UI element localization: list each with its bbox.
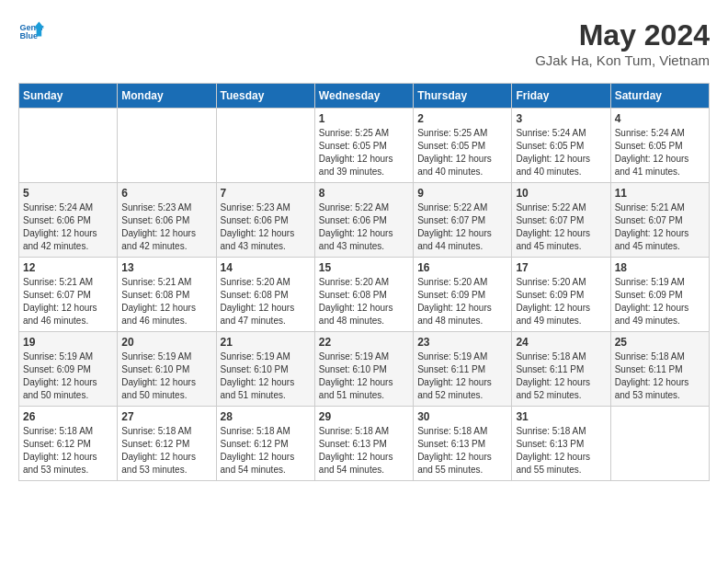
calendar-cell: 3Sunrise: 5:24 AM Sunset: 6:05 PM Daylig… [512,109,610,183]
header-wednesday: Wednesday [314,84,413,109]
calendar-cell: 23Sunrise: 5:19 AM Sunset: 6:11 PM Dayli… [414,332,512,407]
weekday-header-row: Sunday Monday Tuesday Wednesday Thursday… [19,84,710,109]
day-number: 22 [319,336,409,349]
calendar-cell: 18Sunrise: 5:19 AM Sunset: 6:09 PM Dayli… [610,258,709,332]
calendar-cell: 4Sunrise: 5:24 AM Sunset: 6:05 PM Daylig… [610,109,709,183]
day-number: 10 [516,187,606,200]
calendar-cell: 9Sunrise: 5:22 AM Sunset: 6:07 PM Daylig… [414,183,512,258]
day-info: Sunrise: 5:18 AM Sunset: 6:12 PM Dayligh… [23,425,113,477]
calendar-body: 1Sunrise: 5:25 AM Sunset: 6:05 PM Daylig… [19,109,710,481]
day-number: 6 [121,187,211,200]
calendar-cell: 20Sunrise: 5:19 AM Sunset: 6:10 PM Dayli… [118,332,216,407]
calendar-cell: 22Sunrise: 5:19 AM Sunset: 6:10 PM Dayli… [314,332,413,407]
calendar-cell [610,407,709,481]
day-info: Sunrise: 5:18 AM Sunset: 6:11 PM Dayligh… [516,350,606,402]
day-info: Sunrise: 5:21 AM Sunset: 6:07 PM Dayligh… [615,201,705,253]
day-number: 14 [221,261,311,274]
day-info: Sunrise: 5:19 AM Sunset: 6:11 PM Dayligh… [417,350,507,402]
day-number: 30 [417,410,507,423]
header-saturday: Saturday [610,84,709,109]
day-info: Sunrise: 5:18 AM Sunset: 6:13 PM Dayligh… [417,425,507,477]
day-number: 27 [121,410,211,423]
day-number: 15 [319,261,409,274]
day-info: Sunrise: 5:22 AM Sunset: 6:07 PM Dayligh… [417,201,507,253]
header-tuesday: Tuesday [216,84,314,109]
calendar-cell: 27Sunrise: 5:18 AM Sunset: 6:12 PM Dayli… [118,407,216,481]
calendar-cell: 5Sunrise: 5:24 AM Sunset: 6:06 PM Daylig… [19,183,118,258]
calendar-cell: 31Sunrise: 5:18 AM Sunset: 6:13 PM Dayli… [512,407,610,481]
day-number: 20 [121,336,211,349]
calendar-cell: 17Sunrise: 5:20 AM Sunset: 6:09 PM Dayli… [512,258,610,332]
day-number: 19 [23,336,113,349]
day-info: Sunrise: 5:18 AM Sunset: 6:12 PM Dayligh… [121,425,211,477]
calendar-cell: 13Sunrise: 5:21 AM Sunset: 6:08 PM Dayli… [118,258,216,332]
day-number: 1 [319,112,409,125]
day-info: Sunrise: 5:24 AM Sunset: 6:05 PM Dayligh… [516,127,606,178]
title-block: May 2024 GJak Ha, Kon Tum, Vietnam [535,18,710,68]
calendar-cell [118,109,216,183]
calendar-cell [216,109,314,183]
day-info: Sunrise: 5:18 AM Sunset: 6:11 PM Dayligh… [615,350,705,402]
day-number: 16 [417,261,507,274]
day-info: Sunrise: 5:20 AM Sunset: 6:08 PM Dayligh… [319,276,409,327]
day-info: Sunrise: 5:19 AM Sunset: 6:09 PM Dayligh… [615,276,705,327]
day-info: Sunrise: 5:19 AM Sunset: 6:10 PM Dayligh… [121,350,211,402]
day-number: 23 [417,336,507,349]
day-number: 31 [516,410,606,423]
day-number: 24 [516,336,606,349]
day-number: 21 [221,336,311,349]
location-subtitle: GJak Ha, Kon Tum, Vietnam [535,52,710,68]
day-number: 18 [615,261,705,274]
day-info: Sunrise: 5:23 AM Sunset: 6:06 PM Dayligh… [121,201,211,253]
header-monday: Monday [118,84,216,109]
calendar-cell: 16Sunrise: 5:20 AM Sunset: 6:09 PM Dayli… [414,258,512,332]
calendar-cell: 10Sunrise: 5:22 AM Sunset: 6:07 PM Dayli… [512,183,610,258]
calendar-cell: 26Sunrise: 5:18 AM Sunset: 6:12 PM Dayli… [19,407,118,481]
day-number: 3 [516,112,606,125]
day-number: 17 [516,261,606,274]
page-header: General Blue General Blue May 2024 GJak … [18,18,710,68]
day-info: Sunrise: 5:19 AM Sunset: 6:09 PM Dayligh… [23,350,113,402]
day-number: 2 [417,112,507,125]
calendar-cell: 30Sunrise: 5:18 AM Sunset: 6:13 PM Dayli… [414,407,512,481]
day-info: Sunrise: 5:19 AM Sunset: 6:10 PM Dayligh… [319,350,409,402]
day-info: Sunrise: 5:18 AM Sunset: 6:12 PM Dayligh… [221,425,311,477]
day-number: 8 [319,187,409,200]
day-info: Sunrise: 5:22 AM Sunset: 6:06 PM Dayligh… [319,201,409,253]
day-number: 25 [615,336,705,349]
calendar-cell [19,109,118,183]
calendar-cell: 29Sunrise: 5:18 AM Sunset: 6:13 PM Dayli… [314,407,413,481]
calendar-week-row: 19Sunrise: 5:19 AM Sunset: 6:09 PM Dayli… [19,332,710,407]
day-info: Sunrise: 5:25 AM Sunset: 6:05 PM Dayligh… [417,127,507,178]
calendar-cell: 12Sunrise: 5:21 AM Sunset: 6:07 PM Dayli… [19,258,118,332]
calendar-week-row: 12Sunrise: 5:21 AM Sunset: 6:07 PM Dayli… [19,258,710,332]
day-info: Sunrise: 5:20 AM Sunset: 6:09 PM Dayligh… [516,276,606,327]
calendar-cell: 1Sunrise: 5:25 AM Sunset: 6:05 PM Daylig… [314,109,413,183]
day-info: Sunrise: 5:21 AM Sunset: 6:07 PM Dayligh… [23,276,113,327]
day-number: 7 [221,187,311,200]
day-number: 28 [221,410,311,423]
calendar-cell: 25Sunrise: 5:18 AM Sunset: 6:11 PM Dayli… [610,332,709,407]
calendar-cell: 21Sunrise: 5:19 AM Sunset: 6:10 PM Dayli… [216,332,314,407]
day-info: Sunrise: 5:18 AM Sunset: 6:13 PM Dayligh… [319,425,409,477]
calendar-table: Sunday Monday Tuesday Wednesday Thursday… [18,83,710,481]
calendar-header: Sunday Monday Tuesday Wednesday Thursday… [19,84,710,109]
calendar-cell: 19Sunrise: 5:19 AM Sunset: 6:09 PM Dayli… [19,332,118,407]
day-number: 29 [319,410,409,423]
logo-icon: General Blue [18,18,44,44]
day-number: 26 [23,410,113,423]
day-number: 9 [417,187,507,200]
day-info: Sunrise: 5:19 AM Sunset: 6:10 PM Dayligh… [221,350,311,402]
calendar-week-row: 26Sunrise: 5:18 AM Sunset: 6:12 PM Dayli… [19,407,710,481]
calendar-week-row: 5Sunrise: 5:24 AM Sunset: 6:06 PM Daylig… [19,183,710,258]
day-number: 11 [615,187,705,200]
svg-text:Blue: Blue [19,31,38,40]
day-info: Sunrise: 5:23 AM Sunset: 6:06 PM Dayligh… [221,201,311,253]
logo: General Blue General Blue [18,18,44,44]
day-info: Sunrise: 5:24 AM Sunset: 6:05 PM Dayligh… [615,127,705,178]
month-year-title: May 2024 [535,18,710,52]
header-thursday: Thursday [414,84,512,109]
day-info: Sunrise: 5:20 AM Sunset: 6:08 PM Dayligh… [221,276,311,327]
day-number: 5 [23,187,113,200]
calendar-cell: 28Sunrise: 5:18 AM Sunset: 6:12 PM Dayli… [216,407,314,481]
